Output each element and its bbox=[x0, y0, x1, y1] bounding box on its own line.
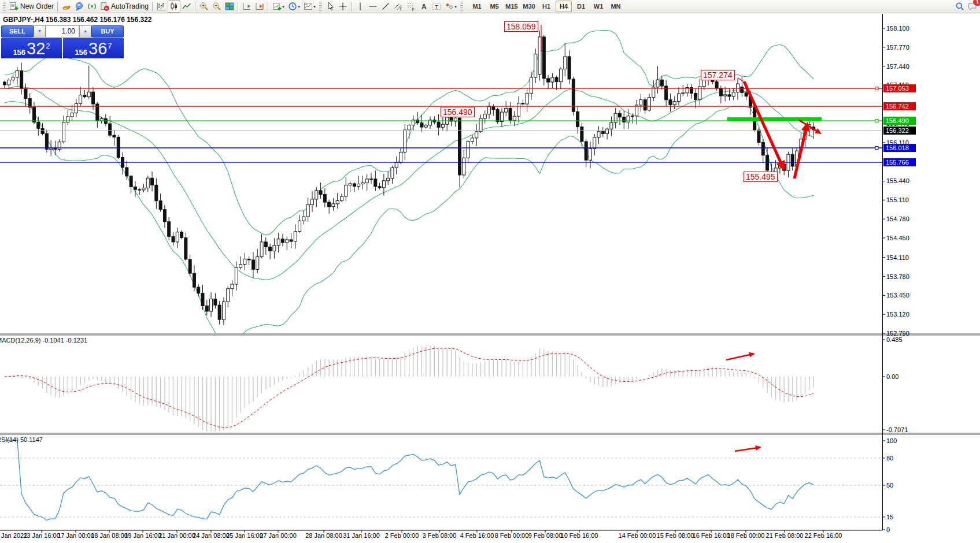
buy-button[interactable]: BUY bbox=[91, 25, 124, 38]
toolbar-grip[interactable] bbox=[460, 2, 463, 11]
line-chart-button[interactable] bbox=[180, 1, 193, 12]
equidistant-channel-button[interactable]: E bbox=[392, 1, 405, 12]
text-label-button[interactable]: T bbox=[430, 1, 443, 12]
new-chart-button[interactable]: ▾ bbox=[271, 1, 286, 12]
price-chart[interactable] bbox=[0, 0, 980, 543]
price-axis-tick: 155.110 bbox=[886, 196, 909, 203]
price-annotation-label[interactable]: 158.059 bbox=[504, 21, 538, 32]
timeframe-button-m30[interactable]: M30 bbox=[521, 1, 537, 12]
signals-button[interactable] bbox=[86, 1, 98, 12]
zoom-in-button[interactable] bbox=[198, 1, 210, 12]
tile-windows-icon bbox=[225, 2, 234, 11]
time-axis-label: 21 Jan 00:00 bbox=[158, 532, 195, 539]
crosshair-button[interactable] bbox=[336, 1, 349, 12]
timeframe-button-w1[interactable]: W1 bbox=[590, 1, 607, 12]
search-button[interactable] bbox=[953, 1, 966, 12]
tile-windows-button[interactable] bbox=[223, 1, 236, 12]
text-label-icon: T bbox=[432, 2, 441, 11]
bar-chart-button[interactable] bbox=[155, 1, 168, 12]
vertical-line-button[interactable] bbox=[354, 1, 367, 12]
zoom-out-button[interactable] bbox=[210, 1, 223, 12]
autotrading-label: AutoTrading bbox=[111, 2, 149, 10]
chart-shift-button[interactable] bbox=[253, 1, 266, 12]
cursor-button[interactable] bbox=[324, 1, 336, 12]
time-axis-label: 19 Jan 16:00 bbox=[124, 532, 161, 539]
periods-button[interactable]: ▾ bbox=[286, 1, 302, 12]
volume-increase-button[interactable]: ▴ bbox=[79, 25, 91, 38]
timeframe-button-h1[interactable]: H1 bbox=[538, 1, 554, 12]
macd-axis-tick: 0.485 bbox=[886, 336, 903, 343]
horizontal-line-button[interactable] bbox=[367, 1, 379, 12]
rsi-axis-tick: 0 bbox=[886, 526, 890, 533]
templates-dropdown-caret[interactable]: ▾ bbox=[313, 4, 316, 9]
price-axis-tick: 154.110 bbox=[886, 254, 909, 261]
mt4-window: New OrderAutoTrading▾▾▾EFAT▾M1M5M15M30H1… bbox=[0, 0, 980, 543]
new-order-icon bbox=[9, 2, 19, 11]
time-axis-label: 13 Jan 16:00 bbox=[23, 532, 60, 539]
toolbar-grip[interactable] bbox=[3, 2, 6, 11]
new-order-button[interactable]: New Order bbox=[8, 1, 56, 12]
price-annotation-label[interactable]: 155.495 bbox=[744, 172, 778, 182]
price-level-badge: 156.322 bbox=[883, 127, 916, 135]
community-button[interactable] bbox=[73, 1, 86, 12]
cursor-icon bbox=[326, 2, 335, 11]
toolbar-separator bbox=[152, 2, 153, 12]
price-level-badge: 156.742 bbox=[883, 102, 916, 110]
toolbar-separator bbox=[268, 2, 269, 12]
fibonacci-icon: F bbox=[406, 2, 416, 11]
timeframe-button-m5[interactable]: M5 bbox=[486, 1, 502, 12]
shapes-dropdown-caret[interactable]: ▾ bbox=[454, 4, 457, 9]
bar-chart-icon bbox=[157, 2, 166, 11]
svg-text:T: T bbox=[435, 4, 438, 10]
rsi-axis-tick: 80 bbox=[886, 455, 893, 462]
time-axis-label: 4 Feb 16:00 bbox=[460, 532, 494, 539]
shapes-button[interactable]: ▾ bbox=[443, 1, 458, 12]
price-level-badge: 156.490 bbox=[883, 117, 916, 125]
timeframe-button-d1[interactable]: D1 bbox=[573, 1, 589, 12]
svg-text:F: F bbox=[412, 8, 415, 12]
time-axis-label: 27 Jan 00:00 bbox=[260, 532, 297, 539]
price-level-badge: 157.053 bbox=[883, 84, 916, 92]
timeframe-button-m15[interactable]: M15 bbox=[504, 1, 520, 12]
market-button[interactable] bbox=[60, 1, 73, 12]
text-button[interactable]: A bbox=[417, 1, 430, 12]
periods-dropdown-caret[interactable]: ▾ bbox=[298, 4, 300, 9]
equidistant-channel-icon: E bbox=[394, 2, 403, 11]
price-annotation-label[interactable]: 157.274 bbox=[701, 70, 735, 80]
time-axis-label: 16 Feb 16:00 bbox=[693, 532, 730, 539]
volume-decrease-button[interactable]: ▾ bbox=[34, 25, 46, 38]
search-icon bbox=[955, 2, 964, 11]
auto-scroll-button[interactable] bbox=[241, 1, 253, 12]
buy-price[interactable]: 156 36 7 bbox=[63, 38, 124, 58]
one-click-trading-panel: SELL ▾ 1.00 ▴ BUY 156 32 2 156 36 7 bbox=[1, 25, 124, 58]
notifications-button[interactable]: 1 bbox=[966, 1, 979, 12]
notification-badge: 1 bbox=[973, 0, 980, 6]
timeframe-button-mn[interactable]: MN bbox=[608, 1, 624, 12]
timeframe-button-h4[interactable]: H4 bbox=[556, 1, 572, 12]
toolbar-grip[interactable] bbox=[319, 2, 322, 11]
toolbar-separator bbox=[238, 2, 239, 12]
templates-button[interactable]: ▾ bbox=[302, 1, 317, 12]
macd-axis-tick: -0.7071 bbox=[886, 426, 908, 433]
rsi-axis-tick: 50 bbox=[886, 482, 893, 489]
sell-button[interactable]: SELL bbox=[1, 25, 34, 38]
fibonacci-button[interactable]: F bbox=[405, 1, 417, 12]
autotrading-button[interactable]: AutoTrading bbox=[98, 1, 150, 12]
timeframe-button-m1[interactable]: M1 bbox=[469, 1, 485, 12]
market-icon bbox=[62, 2, 71, 11]
price-annotation-label[interactable]: 156.490 bbox=[441, 107, 475, 117]
macd-axis-tick: 0.00 bbox=[886, 373, 898, 380]
price-axis-tick: 154.450 bbox=[886, 235, 909, 241]
new-chart-dropdown-caret[interactable]: ▾ bbox=[282, 4, 284, 9]
timeframe-toolbar: M1M5M15M30H1H4D1W1MN bbox=[468, 1, 624, 12]
volume-input[interactable]: 1.00 bbox=[46, 25, 79, 38]
time-axis-label: 9 Feb 08:00 bbox=[528, 532, 563, 539]
autotrading-icon bbox=[100, 2, 109, 11]
sell-price[interactable]: 156 32 2 bbox=[1, 38, 62, 58]
price-level-badge: 156.018 bbox=[883, 144, 916, 152]
trendline-button[interactable] bbox=[379, 1, 392, 12]
candlestick-chart-button[interactable] bbox=[168, 0, 180, 13]
text-icon: A bbox=[419, 2, 428, 11]
svg-text:E: E bbox=[400, 7, 403, 11]
time-axis-label: 22 Feb 16:00 bbox=[805, 532, 842, 539]
